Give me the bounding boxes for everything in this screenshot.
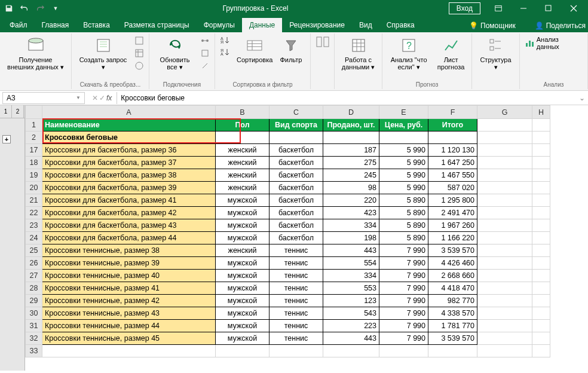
cell[interactable]: мужской bbox=[216, 219, 270, 232]
col-header-F[interactable]: F bbox=[428, 106, 477, 119]
cell[interactable]: мужской bbox=[216, 270, 270, 282]
table-header-cell[interactable]: Итого bbox=[428, 119, 477, 132]
cell[interactable]: 4 338 570 bbox=[428, 307, 477, 320]
select-all-corner[interactable] bbox=[26, 106, 42, 119]
cell[interactable]: 275 bbox=[323, 157, 379, 169]
row-header[interactable]: 2 bbox=[26, 132, 42, 144]
tab-вид[interactable]: Вид bbox=[352, 18, 379, 32]
row-header[interactable]: 24 bbox=[26, 232, 42, 244]
cell-name[interactable]: Кроссовки для баскетбола, размер 41 bbox=[42, 194, 216, 207]
cell[interactable]: баскетбол bbox=[270, 182, 323, 194]
redo-icon[interactable] bbox=[33, 2, 47, 15]
table-header-cell[interactable]: Наименование bbox=[42, 119, 216, 132]
cell[interactable]: теннис bbox=[270, 320, 323, 332]
cell[interactable]: мужской bbox=[216, 282, 270, 295]
col-header-C[interactable]: C bbox=[270, 106, 323, 119]
sort-az-button[interactable]: AЯ bbox=[219, 35, 232, 45]
cell[interactable]: 7 990 bbox=[379, 307, 428, 320]
recent-sources-button[interactable] bbox=[133, 60, 145, 72]
cell[interactable]: теннис bbox=[270, 295, 323, 307]
cell[interactable]: мужской bbox=[216, 295, 270, 307]
cell[interactable]: 543 bbox=[323, 307, 379, 320]
ribbon-display-icon[interactable] bbox=[486, 0, 510, 17]
tab-рецензирование[interactable]: Рецензирование bbox=[282, 18, 352, 32]
sort-za-button[interactable]: ЯA bbox=[219, 47, 232, 57]
cell[interactable]: мужской bbox=[216, 207, 270, 219]
col-header-E[interactable]: E bbox=[379, 106, 428, 119]
row-header[interactable]: 21 bbox=[26, 194, 42, 207]
cell[interactable]: 3 539 570 bbox=[428, 332, 477, 345]
cell[interactable]: мужской bbox=[216, 194, 270, 207]
cell[interactable]: 7 990 bbox=[379, 295, 428, 307]
table-header-cell[interactable]: Вид спорта bbox=[270, 119, 323, 132]
cell[interactable]: теннис bbox=[270, 332, 323, 345]
cell[interactable]: 245 bbox=[323, 169, 379, 182]
cell[interactable] bbox=[379, 132, 428, 144]
row-header[interactable]: 1 bbox=[26, 119, 42, 132]
cell[interactable]: 5 890 bbox=[379, 207, 428, 219]
data-tools-button[interactable]: Работа с данными ▾ bbox=[338, 35, 378, 72]
cell[interactable] bbox=[428, 132, 477, 144]
undo-icon[interactable] bbox=[18, 2, 31, 15]
cell[interactable]: баскетбол bbox=[270, 232, 323, 244]
cell[interactable]: женский bbox=[216, 144, 270, 157]
cell[interactable]: 7 990 bbox=[379, 320, 428, 332]
cell[interactable]: 2 668 660 bbox=[428, 270, 477, 282]
row-header[interactable]: 28 bbox=[26, 282, 42, 295]
cell[interactable]: 334 bbox=[323, 270, 379, 282]
cell[interactable]: 443 bbox=[323, 244, 379, 257]
cell[interactable]: 554 bbox=[323, 257, 379, 270]
cell[interactable]: женский bbox=[216, 157, 270, 169]
cell[interactable]: теннис bbox=[270, 244, 323, 257]
cell[interactable]: 1 166 220 bbox=[428, 232, 477, 244]
cell[interactable]: теннис bbox=[270, 307, 323, 320]
cell[interactable]: 198 bbox=[323, 232, 379, 244]
text-to-columns-button[interactable] bbox=[314, 35, 331, 49]
row-header[interactable]: 25 bbox=[26, 244, 42, 257]
cell[interactable]: баскетбол bbox=[270, 144, 323, 157]
cell[interactable]: 4 426 460 bbox=[428, 257, 477, 270]
cell[interactable]: 982 770 bbox=[428, 295, 477, 307]
cell[interactable]: женский bbox=[216, 182, 270, 194]
outline-level-1[interactable]: 1 bbox=[0, 105, 12, 118]
cell[interactable]: мужской bbox=[216, 257, 270, 270]
cell[interactable]: мужской bbox=[216, 307, 270, 320]
cell[interactable]: 220 bbox=[323, 194, 379, 207]
cell-name[interactable]: Кроссовки для баскетбола, размер 43 bbox=[42, 219, 216, 232]
cell[interactable]: баскетбол bbox=[270, 194, 323, 207]
cell[interactable]: 5 990 bbox=[379, 182, 428, 194]
outline-button[interactable]: Структура ▾ bbox=[476, 35, 516, 72]
cell[interactable]: 7 990 bbox=[379, 270, 428, 282]
tab-главная[interactable]: Главная bbox=[35, 18, 76, 32]
cell-name[interactable]: Кроссовки теннисные, размер 42 bbox=[42, 295, 216, 307]
cell[interactable]: 5 890 bbox=[379, 232, 428, 244]
cell[interactable]: 1 781 770 bbox=[428, 320, 477, 332]
cell[interactable]: 5 990 bbox=[379, 144, 428, 157]
cell-name[interactable]: Кроссовки теннисные, размер 43 bbox=[42, 307, 216, 320]
table-header-cell[interactable]: Пол bbox=[216, 119, 270, 132]
maximize-icon[interactable] bbox=[537, 0, 561, 17]
cell[interactable] bbox=[270, 132, 323, 144]
tab-файл[interactable]: Файл bbox=[2, 18, 35, 32]
outline-expand-button[interactable]: + bbox=[2, 135, 11, 143]
row-header[interactable]: 29 bbox=[26, 295, 42, 307]
cell-name[interactable]: Кроссовки теннисные, размер 40 bbox=[42, 270, 216, 282]
cell[interactable]: 187 bbox=[323, 144, 379, 157]
tab-формулы[interactable]: Формулы bbox=[197, 18, 242, 32]
table-header-cell[interactable]: Цена, руб. bbox=[379, 119, 428, 132]
cell[interactable]: 1 647 250 bbox=[428, 157, 477, 169]
expand-formula-icon[interactable]: ⌄ bbox=[576, 94, 588, 102]
cell[interactable]: баскетбол bbox=[270, 169, 323, 182]
cancel-formula-icon[interactable]: ✕ bbox=[92, 94, 98, 102]
cell[interactable]: 553 bbox=[323, 282, 379, 295]
sort-button[interactable]: Сортировка bbox=[234, 35, 275, 65]
cell[interactable]: 5 890 bbox=[379, 219, 428, 232]
row-header[interactable]: 31 bbox=[26, 320, 42, 332]
row-header[interactable]: 33 bbox=[26, 345, 42, 357]
formula-input[interactable]: Кроссовки беговые bbox=[117, 92, 576, 104]
cell[interactable]: 7 990 bbox=[379, 282, 428, 295]
row-header[interactable]: 23 bbox=[26, 219, 42, 232]
row-header[interactable]: 26 bbox=[26, 257, 42, 270]
qat-customize-icon[interactable]: ▼ bbox=[49, 2, 62, 15]
cell[interactable]: женский bbox=[216, 169, 270, 182]
